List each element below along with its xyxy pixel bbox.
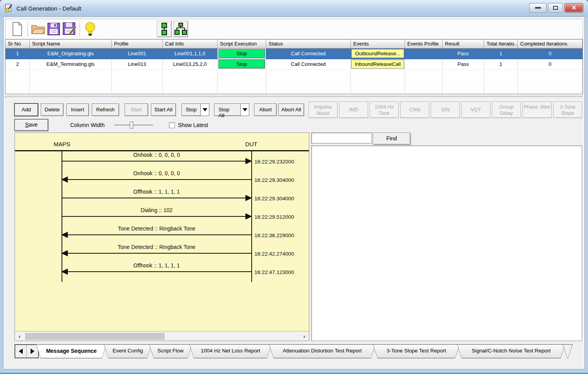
find-button[interactable]: Find bbox=[373, 133, 410, 145]
add-button[interactable]: Add bbox=[15, 103, 38, 116]
insert-button[interactable]: Insert bbox=[66, 103, 89, 116]
column-header[interactable]: Profile bbox=[112, 40, 163, 49]
stop-all-dropdown-button[interactable] bbox=[240, 104, 249, 116]
stop-all-split-button[interactable]: Stop All bbox=[214, 103, 249, 116]
column-header[interactable]: Sr No bbox=[5, 40, 30, 49]
abort-button[interactable]: Abort bbox=[254, 103, 277, 116]
find-input[interactable] bbox=[311, 133, 372, 143]
chevron-down-icon bbox=[243, 108, 247, 111]
cell-sr-no: 2 bbox=[5, 59, 30, 70]
lightbulb-icon bbox=[85, 22, 96, 36]
sequence-message[interactable]: Offhook :: 1, 1, 1, 1 bbox=[62, 187, 251, 198]
sequence-message[interactable]: Tone Detected :: Ringback Tone bbox=[62, 243, 251, 254]
close-icon: ✕ bbox=[572, 4, 577, 11]
find-results-area[interactable] bbox=[311, 145, 582, 341]
cell-total-iterations: 1 bbox=[484, 59, 518, 70]
scroll-left-icon[interactable]: ‹ bbox=[15, 332, 24, 341]
event-badge[interactable]: OutboundRelease... bbox=[351, 49, 404, 58]
group-delay-button[interactable]: Group Delay bbox=[492, 102, 521, 118]
column-header[interactable]: Events Profile bbox=[405, 40, 443, 49]
open-folder-icon bbox=[31, 23, 45, 35]
tab-1004hz-net-loss-report[interactable]: 1004 Hz Net Loss Report bbox=[189, 344, 272, 358]
start-button[interactable]: Start bbox=[125, 103, 148, 116]
tab-event-config[interactable]: Event Config bbox=[104, 344, 152, 358]
arrow-right-icon bbox=[31, 349, 34, 354]
column-header[interactable]: Script Name bbox=[30, 40, 112, 49]
show-latest-checkbox[interactable] bbox=[169, 122, 175, 128]
delete-button[interactable]: Delete bbox=[41, 103, 64, 116]
vqt-button[interactable]: VQT bbox=[461, 102, 490, 118]
actor-maps: MAPS bbox=[34, 141, 89, 147]
column-header[interactable]: Script Execution bbox=[218, 40, 266, 49]
imd-button[interactable]: IMD bbox=[339, 102, 368, 118]
stop-state-badge[interactable]: Stop bbox=[218, 49, 265, 58]
refresh-button[interactable]: Refresh bbox=[92, 103, 119, 116]
message-timestamp: 16:22:29.232000 bbox=[254, 159, 309, 165]
table-row-empty bbox=[5, 80, 583, 91]
column-width-slider[interactable] bbox=[114, 122, 153, 129]
column-header[interactable]: Status bbox=[266, 40, 351, 49]
column-width-label: Column Width bbox=[70, 122, 105, 128]
sequence-message[interactable]: Onhook :: 0, 0, 0, 0 bbox=[62, 151, 251, 162]
stop-state-badge[interactable]: Stop bbox=[218, 60, 265, 69]
scrollbar-thumb[interactable] bbox=[25, 333, 165, 340]
minimize-button[interactable] bbox=[529, 3, 546, 13]
maximize-button[interactable] bbox=[548, 3, 563, 13]
sequence-message[interactable]: Onhook :: 0, 0, 0, 0 bbox=[62, 169, 251, 180]
stop-dropdown-button[interactable] bbox=[200, 104, 209, 116]
tab-message-sequence[interactable]: Message Sequence bbox=[36, 344, 107, 358]
column-header[interactable]: Result bbox=[443, 40, 484, 49]
tab-scroll-left-button[interactable] bbox=[15, 345, 27, 358]
save-button[interactable]: Save bbox=[15, 119, 48, 131]
network-tree-button[interactable] bbox=[173, 21, 188, 37]
sn-button[interactable]: S/N bbox=[431, 102, 460, 118]
table-row[interactable]: 2 E&M_Terminating.gls Line013 Line013,25… bbox=[5, 59, 583, 70]
3-tone-slope-button[interactable]: 3-Tone Slope bbox=[553, 102, 582, 118]
new-file-button[interactable] bbox=[9, 20, 25, 38]
abort-all-button[interactable]: Abort All bbox=[278, 103, 304, 116]
phase-jitter-button[interactable]: Phase Jitter bbox=[523, 102, 552, 118]
tab-script-flow[interactable]: Script Flow bbox=[149, 344, 192, 358]
horizontal-scrollbar[interactable]: ‹ › bbox=[15, 331, 309, 341]
column-header[interactable]: Total Iteratio... bbox=[484, 40, 518, 49]
slider-thumb[interactable] bbox=[130, 122, 133, 129]
scroll-right-icon[interactable]: › bbox=[299, 332, 309, 341]
table-row[interactable]: 1 E&M_Originating.gls Line001 Line001,1,… bbox=[5, 49, 583, 59]
save-as-button-toolbar[interactable] bbox=[62, 20, 77, 38]
column-header[interactable]: Completed Iterations bbox=[518, 40, 583, 49]
cnn-button[interactable]: CNN bbox=[400, 102, 429, 118]
stop-all-button[interactable]: Stop All bbox=[214, 104, 240, 116]
start-all-button[interactable]: Start All bbox=[151, 103, 176, 116]
stop-button[interactable]: Stop bbox=[182, 104, 201, 116]
arrow-left-icon bbox=[19, 349, 23, 354]
impulse-noise-button[interactable]: Impulse Noise bbox=[309, 102, 338, 118]
event-badge[interactable]: InboundReleaseCall bbox=[351, 60, 404, 69]
scripts-table: Sr No Script Name Profile Call Info Scri… bbox=[5, 39, 583, 94]
message-timestamp: 16:22:47.123000 bbox=[254, 269, 309, 275]
message-timestamp: 16:22:29.304000 bbox=[254, 177, 309, 183]
chevron-down-icon bbox=[203, 108, 207, 111]
sequence-message[interactable]: Tone Detected :: Ringback Tone bbox=[62, 224, 251, 235]
column-header[interactable]: Events bbox=[351, 40, 405, 49]
tab-3-tone-slope-report[interactable]: 3-Tone Slope Test Report bbox=[373, 344, 460, 358]
close-button[interactable]: ✕ bbox=[564, 3, 583, 13]
cell-result: Pass bbox=[443, 49, 484, 59]
stop-split-button[interactable]: Stop bbox=[181, 103, 210, 116]
tab-attenuation-distortion-report[interactable]: Attenuation Distortion Test Report bbox=[269, 344, 376, 358]
tip-button[interactable] bbox=[82, 20, 98, 38]
sequence-message[interactable]: Offhook :: 1, 1, 1, 1 bbox=[62, 261, 251, 272]
tab-signal-c-notch-noise-report[interactable]: Signal/C-Notch Noise Test Report bbox=[457, 344, 565, 358]
horizontal-separator bbox=[5, 96, 583, 99]
1004hz-tone-button[interactable]: 1004 Hz Tone bbox=[370, 102, 399, 118]
cell-result: Pass bbox=[443, 59, 484, 70]
app-icon bbox=[4, 4, 13, 13]
open-button[interactable] bbox=[30, 20, 46, 38]
column-header[interactable]: Call Info bbox=[163, 40, 218, 49]
cell-total-iterations: 1 bbox=[484, 49, 518, 59]
tab-scroll-right-button[interactable] bbox=[27, 345, 38, 358]
save-button-toolbar[interactable] bbox=[46, 20, 62, 38]
point-to-point-button[interactable] bbox=[157, 21, 172, 37]
cell-status: Call Connected bbox=[266, 59, 351, 70]
sequence-message[interactable]: Dialing :: 102 bbox=[62, 206, 251, 217]
arrow-left-icon bbox=[61, 176, 68, 183]
